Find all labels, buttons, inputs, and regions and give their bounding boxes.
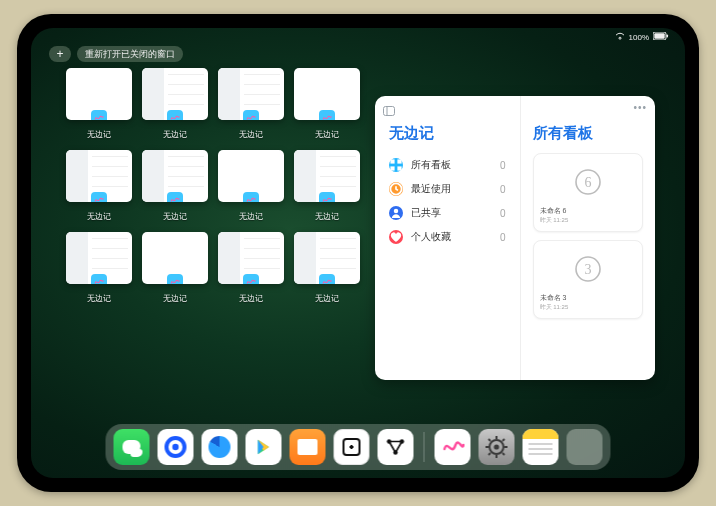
notes-icon[interactable]	[523, 429, 559, 465]
wechat-icon[interactable]	[114, 429, 150, 465]
books-icon[interactable]	[290, 429, 326, 465]
more-icon[interactable]: •••	[633, 102, 647, 113]
sidebar-item-count: 0	[500, 232, 506, 243]
dock	[106, 424, 611, 470]
window-thumbnail[interactable]: 无边记	[293, 150, 361, 224]
board-card[interactable]: 3未命名 3昨天 11:25	[533, 240, 643, 319]
svg-rect-6	[397, 159, 401, 163]
sidebar-item[interactable]: 已共享0	[389, 201, 506, 225]
window-thumbnail-grid: 无边记无边记无边记无边记无边记无边记无边记无边记无边记无边记无边记无边记	[65, 68, 361, 416]
freeform-app-badge-icon	[167, 274, 183, 284]
sidebar-item-count: 0	[500, 160, 506, 171]
top-controls: + 重新打开已关闭的窗口	[49, 46, 183, 62]
board-subtitle: 昨天 11:25	[540, 216, 636, 225]
sidebar-item-label: 所有看板	[411, 158, 492, 172]
play-icon[interactable]	[246, 429, 282, 465]
freeform-app-badge-icon	[91, 274, 107, 284]
ipad-frame: 100% + 重新打开已关闭的窗口 无边记无边记无边记无边记无边记无边记无边记无…	[17, 14, 699, 492]
freeform-app-badge-icon	[167, 192, 183, 202]
freeform-app-badge-icon	[243, 110, 259, 120]
dock-separator	[424, 432, 425, 462]
sidebar-item[interactable]: 最近使用0	[389, 177, 506, 201]
thumbnail-window	[66, 68, 132, 120]
thumbnail-window	[142, 232, 208, 284]
board-meta: 未命名 6昨天 11:25	[540, 206, 636, 225]
thumbnail-label: 无边记	[163, 293, 187, 304]
preview-toolbar	[383, 102, 395, 120]
battery-text: 100%	[629, 33, 649, 42]
sidebar-item-count: 0	[500, 184, 506, 195]
settings-icon[interactable]	[479, 429, 515, 465]
new-window-button[interactable]: +	[49, 46, 71, 62]
svg-rect-8	[397, 166, 401, 170]
thumbnail-label: 无边记	[315, 211, 339, 222]
window-thumbnail[interactable]: 无边记	[217, 150, 285, 224]
svg-point-10	[394, 209, 398, 213]
board-card[interactable]: 6未命名 6昨天 11:25	[533, 153, 643, 232]
screen: 100% + 重新打开已关闭的窗口 无边记无边记无边记无边记无边记无边记无边记无…	[31, 28, 685, 478]
thumbnail-label: 无边记	[163, 129, 187, 140]
sidebar-toggle-icon[interactable]	[383, 102, 395, 120]
thumbnail-label: 无边记	[315, 129, 339, 140]
window-thumbnail[interactable]: 无边记	[141, 232, 209, 306]
thumbnail-window	[218, 232, 284, 284]
window-thumbnail[interactable]: 无边记	[217, 68, 285, 142]
svg-line-29	[503, 439, 505, 441]
content-title: 所有看板	[533, 124, 643, 143]
grid-icon	[389, 158, 403, 172]
thumbnail-label: 无边记	[163, 211, 187, 222]
window-thumbnail[interactable]: 无边记	[65, 232, 133, 306]
svg-rect-3	[384, 107, 395, 116]
clock-icon	[389, 182, 403, 196]
freeform-app-badge-icon	[319, 110, 335, 120]
thumbnail-window	[66, 232, 132, 284]
svg-rect-2	[667, 35, 669, 38]
sidebar-item-count: 0	[500, 208, 506, 219]
window-thumbnail[interactable]: 无边记	[141, 150, 209, 224]
thumbnail-window	[294, 150, 360, 202]
sidebar-item[interactable]: 所有看板0	[389, 153, 506, 177]
thumbnail-window	[218, 68, 284, 120]
thumbnail-window	[142, 68, 208, 120]
svg-text:3: 3	[584, 262, 591, 277]
freeform-app-badge-icon	[243, 274, 259, 284]
people-icon	[389, 206, 403, 220]
heart-icon	[389, 230, 403, 244]
window-preview[interactable]: ••• 无边记 所有看板0最近使用0已共享0个人收藏0 所有看板 6未命名 6昨…	[375, 96, 655, 380]
window-thumbnail[interactable]: 无边记	[141, 68, 209, 142]
thumbnail-window	[66, 150, 132, 202]
window-thumbnail[interactable]: 无边记	[65, 150, 133, 224]
window-thumbnail[interactable]: 无边记	[293, 68, 361, 142]
sidebar-menu: 所有看板0最近使用0已共享0个人收藏0	[389, 153, 506, 249]
board-meta: 未命名 3昨天 11:25	[540, 293, 636, 312]
preview-content: 所有看板 6未命名 6昨天 11:253未命名 3昨天 11:25	[521, 96, 655, 380]
thumbnail-window	[294, 68, 360, 120]
svg-rect-1	[654, 33, 664, 38]
graph-icon[interactable]	[378, 429, 414, 465]
svg-point-22	[494, 444, 499, 449]
freeform-icon[interactable]	[435, 429, 471, 465]
sidebar-item[interactable]: 个人收藏0	[389, 225, 506, 249]
reopen-closed-window-button[interactable]: 重新打开已关闭的窗口	[77, 46, 183, 62]
board-title: 未命名 3	[540, 293, 636, 303]
thumbnail-label: 无边记	[239, 211, 263, 222]
board-thumbnail: 3	[540, 247, 636, 291]
window-thumbnail[interactable]: 无边记	[293, 232, 361, 306]
wifi-icon	[615, 32, 625, 42]
qq-browser-icon[interactable]	[202, 429, 238, 465]
window-thumbnail[interactable]: 无边记	[65, 68, 133, 142]
svg-point-16	[172, 444, 178, 450]
sidebar-item-label: 最近使用	[411, 182, 492, 196]
thumbnail-label: 无边记	[87, 129, 111, 140]
thumbnail-label: 无边记	[87, 211, 111, 222]
dice-icon[interactable]	[334, 429, 370, 465]
svg-rect-5	[390, 159, 394, 163]
freeform-app-badge-icon	[91, 110, 107, 120]
app-library-icon[interactable]	[567, 429, 603, 465]
window-thumbnail[interactable]: 无边记	[217, 232, 285, 306]
svg-line-27	[489, 439, 491, 441]
quark-icon[interactable]	[158, 429, 194, 465]
thumbnail-label: 无边记	[239, 293, 263, 304]
sidebar-item-label: 已共享	[411, 206, 492, 220]
thumbnail-window	[218, 150, 284, 202]
